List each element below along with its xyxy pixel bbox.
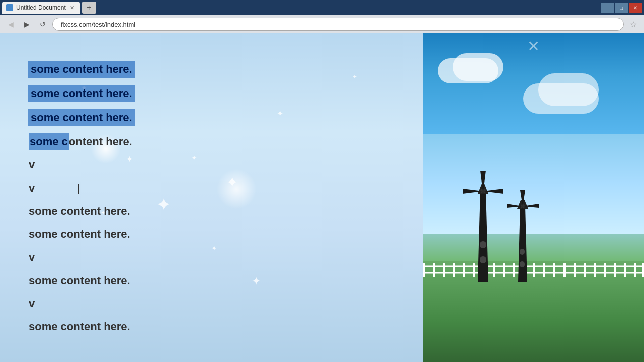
content-item-12: some content here. [28, 318, 135, 335]
svg-rect-42 [520, 261, 525, 267]
content-text: some content here. [29, 205, 130, 217]
sparkle-decoration: ✦ [252, 275, 261, 288]
minimize-button[interactable]: − [601, 3, 614, 13]
content-item-6: v [28, 179, 135, 197]
content-item-10: some content here. [28, 272, 135, 289]
forward-button[interactable]: ▶ [20, 18, 33, 31]
content-item-11: v [28, 295, 135, 312]
svg-rect-41 [520, 249, 525, 255]
window-controls: − □ ✕ [601, 3, 642, 13]
refresh-button[interactable]: ↺ [36, 18, 49, 31]
sparkle-decoration: ✦ [156, 194, 171, 215]
maximize-button[interactable]: □ [615, 3, 628, 13]
content-text: some content here. [29, 274, 130, 287]
close-button[interactable]: ✕ [629, 3, 642, 13]
glow-decoration [216, 169, 257, 209]
content-text: some content here. [29, 228, 130, 240]
svg-rect-4 [443, 263, 445, 277]
content-item-3: some content here. [28, 109, 135, 126]
content-text: v [29, 297, 35, 310]
content-item-5: v [28, 156, 135, 173]
windmill-scene [448, 141, 644, 282]
sparkle-decoration: ✦ [226, 174, 238, 191]
content-text: v [29, 251, 35, 263]
navigation-bar: ◀ ▶ ↺ fixcss.com/test/index.html ☆ [0, 15, 644, 33]
content-text-part2: ontent here. [69, 135, 132, 148]
content-text: some content here. [31, 111, 132, 124]
content-area: some content here. some content here. so… [28, 61, 135, 335]
content-item-4: some content here. [28, 133, 135, 150]
sparkle-decoration: ✦ [191, 154, 197, 162]
content-text: v [29, 182, 35, 194]
title-bar: Untitled Document ✕ + − □ ✕ [0, 0, 644, 15]
cloud-4 [538, 73, 599, 106]
content-item-7: some content here. [28, 203, 135, 220]
svg-rect-2 [423, 263, 425, 277]
content-text: v [29, 158, 35, 171]
content-text-part1: some c [29, 133, 69, 150]
content-item-8: some content here. [28, 226, 135, 243]
tab-favicon [6, 4, 13, 11]
address-bar[interactable]: fixcss.com/test/index.html [52, 18, 624, 31]
back-button[interactable]: ◀ [4, 18, 17, 31]
content-text: some content here. [31, 87, 132, 100]
browser-tab[interactable]: Untitled Document ✕ [2, 2, 80, 14]
browser-window: Untitled Document ✕ + − □ ✕ ◀ ▶ ↺ fixcss… [0, 0, 644, 362]
svg-rect-33 [480, 256, 486, 263]
left-pane: ✦ ✦ ✦ ✦ ✦ ✦ ✦ ✦ ✦ ✦ ✦ some content here.… [0, 33, 423, 362]
content-text: some content here. [31, 63, 132, 75]
content-item-9: v [28, 249, 135, 266]
content-item-2: some content here. [28, 85, 135, 102]
sparkle-decoration: ✦ [352, 73, 357, 80]
svg-rect-32 [480, 241, 486, 248]
page-area: ✦ ✦ ✦ ✦ ✦ ✦ ✦ ✦ ✦ ✦ ✦ some content here.… [0, 33, 644, 362]
tab-close-button[interactable]: ✕ [69, 5, 76, 11]
url-text: fixcss.com/test/index.html [61, 21, 135, 28]
tab-title: Untitled Document [16, 4, 66, 11]
bookmark-button[interactable]: ☆ [627, 18, 640, 31]
sparkle-decoration: ✦ [277, 109, 283, 118]
svg-rect-3 [433, 263, 435, 277]
right-pane: ✕ [423, 33, 644, 362]
cloud-2 [453, 53, 503, 81]
new-tab-button[interactable]: + [82, 2, 96, 14]
content-item-1: some content here. [28, 61, 135, 78]
content-text: some content here. [29, 320, 130, 333]
sparkle-decoration: ✦ [211, 244, 217, 252]
